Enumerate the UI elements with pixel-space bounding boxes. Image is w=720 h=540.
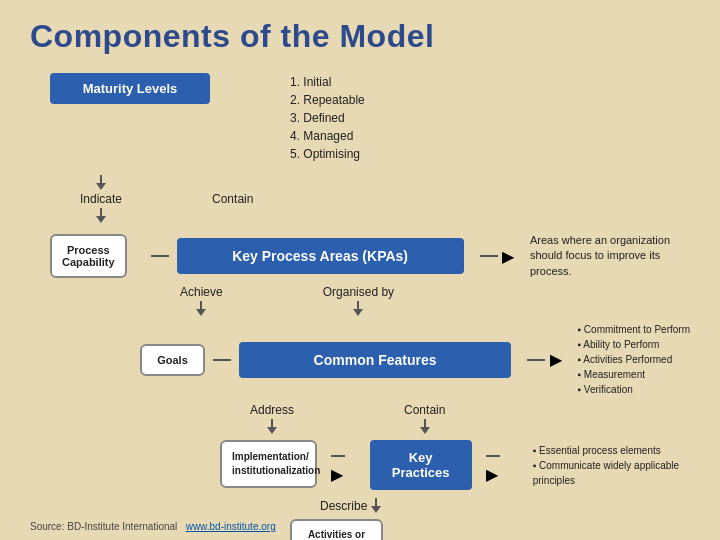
arrow-indicate xyxy=(96,175,106,190)
source-link[interactable]: www.bd-institute.org xyxy=(186,521,276,532)
common-features-box: Common Features xyxy=(239,342,511,378)
row-achieve-organised: Achieve Organised by xyxy=(170,285,690,318)
cf-bullets-list: Commitment to Perform Ability to Perform… xyxy=(578,322,690,397)
row-describe: Describe xyxy=(320,496,690,515)
connector-from-kp xyxy=(486,455,500,457)
source-text: Source: BD-Institute International xyxy=(30,521,177,532)
cf-bullet-3: Activities Performed xyxy=(578,352,690,367)
maturity-item-3: 3. Defined xyxy=(290,109,365,127)
describe-label: Describe xyxy=(320,499,367,513)
page-title: Components of the Model xyxy=(30,18,690,55)
arrow-achieve xyxy=(196,301,206,316)
source-line: Source: BD-Institute International www.b… xyxy=(30,521,276,532)
row-indicate-contain: Indicate Contain xyxy=(50,173,690,225)
indicate-label: Indicate xyxy=(80,192,122,206)
maturity-list: 1. Initial 2. Repeatable 3. Defined 4. M… xyxy=(290,73,365,163)
connector-to-cf xyxy=(213,359,231,361)
organised-by-label: Organised by xyxy=(323,285,394,299)
maturity-item-5: 5. Optimising xyxy=(290,145,365,163)
row-common-features: Goals Common Features ▶ Commitment to Pe… xyxy=(140,322,690,397)
kpa-box: Key Process Areas (KPAs) xyxy=(177,238,464,274)
goals-box: Goals xyxy=(140,344,205,376)
arrow-contain2 xyxy=(420,419,430,434)
cf-bullet-5: Verification xyxy=(578,382,690,397)
maturity-levels-box: Maturity Levels xyxy=(50,73,210,104)
row-kpa: Process Capability Key Process Areas (KP… xyxy=(50,233,690,279)
achieve-label: Achieve xyxy=(180,285,223,299)
row-key-practices: Implementation/ institutionalization ▶ K… xyxy=(220,440,690,490)
cf-bullet-4: Measurement xyxy=(578,367,690,382)
kp-bullet-1: Essential process elements xyxy=(533,443,690,458)
arrow-describe xyxy=(371,498,381,513)
key-practices-box: Key Practices xyxy=(370,440,472,490)
address-label: Address xyxy=(250,403,294,417)
main-page: Components of the Model Maturity Levels … xyxy=(0,0,720,540)
row-activities: Activities or Infrastructure xyxy=(290,519,690,540)
kp-bullets-list: Essential process elements Communicate w… xyxy=(533,443,690,488)
row-address-contain: Address Contain xyxy=(250,403,690,436)
maturity-item-4: 4. Managed xyxy=(290,127,365,145)
activities-box: Activities or Infrastructure xyxy=(290,519,383,540)
connector-from-kpa xyxy=(480,255,498,257)
maturity-item-2: 2. Repeatable xyxy=(290,91,365,109)
cf-bullet-1: Commitment to Perform xyxy=(578,322,690,337)
arrow-indicate-2 xyxy=(96,208,106,223)
maturity-item-1: 1. Initial xyxy=(290,73,365,91)
process-capability-box: Process Capability xyxy=(50,234,127,278)
connector-to-kpa xyxy=(151,255,169,257)
kp-bullet-2: Communicate widely applicable principles xyxy=(533,458,690,488)
row-maturity-levels: Maturity Levels 1. Initial 2. Repeatable… xyxy=(50,73,690,163)
contain-label-2: Contain xyxy=(404,403,445,417)
implementation-box: Implementation/ institutionalization xyxy=(220,440,317,488)
cf-bullet-2: Ability to Perform xyxy=(578,337,690,352)
arrow-address xyxy=(267,419,277,434)
arrow-organised xyxy=(353,301,363,316)
contain-label-top: Contain xyxy=(212,192,253,206)
connector-to-kp xyxy=(331,455,345,457)
kpa-description: Areas where an organization should focus… xyxy=(530,233,690,279)
connector-from-cf xyxy=(527,359,545,361)
